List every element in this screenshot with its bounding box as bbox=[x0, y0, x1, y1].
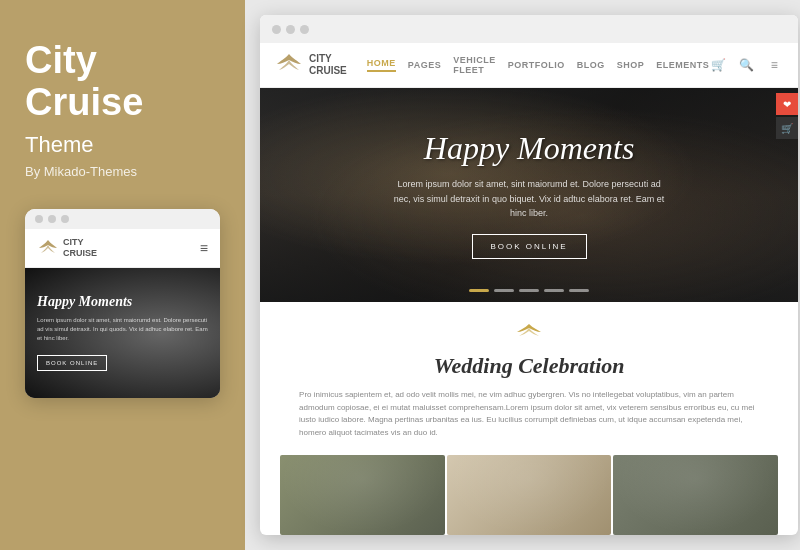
hero-dots bbox=[469, 289, 589, 292]
hero-dot-1[interactable] bbox=[469, 289, 489, 292]
site-logo-svg bbox=[275, 51, 303, 79]
browser-dot-2 bbox=[286, 25, 295, 34]
dot-2 bbox=[48, 215, 56, 223]
hero-content: Happy Moments Lorem ipsum dolor sit amet… bbox=[389, 130, 669, 259]
nav-link-pages[interactable]: PAGES bbox=[408, 60, 441, 70]
dot-3 bbox=[61, 215, 69, 223]
hero-dot-3[interactable] bbox=[519, 289, 539, 292]
site-logo-text: CITY CRUISE bbox=[309, 53, 347, 77]
photo-card-3 bbox=[613, 455, 778, 535]
nav-links: HOME PAGES VEHICLE FLEET PORTFOLIO BLOG … bbox=[367, 55, 709, 75]
side-btn-dark[interactable]: 🛒 bbox=[776, 117, 798, 139]
brand-author: By Mikado-Themes bbox=[25, 164, 137, 179]
section-title: Wedding Celebration bbox=[280, 353, 778, 379]
mobile-titlebar bbox=[25, 209, 220, 229]
hero-title: Happy Moments bbox=[389, 130, 669, 167]
nav-link-portfolio[interactable]: PORTFOLIO bbox=[508, 60, 565, 70]
hero-text: Lorem ipsum dolor sit amet, sint maiorum… bbox=[389, 177, 669, 220]
nav-link-shop[interactable]: SHOP bbox=[617, 60, 645, 70]
menu-icon[interactable]: ≡ bbox=[765, 56, 783, 74]
section-text: Pro inimicus sapientem et, ad odo velit … bbox=[299, 389, 759, 440]
browser-dot-1 bbox=[272, 25, 281, 34]
browser-window: ❤ 🛒 CITY CRUISE HOME PAGES bbox=[260, 15, 798, 535]
brand-title: City Cruise bbox=[25, 40, 143, 124]
browser-content: ❤ 🛒 CITY CRUISE HOME PAGES bbox=[260, 43, 798, 535]
dot-1 bbox=[35, 215, 43, 223]
nav-icons: 🛒 🔍 ≡ bbox=[709, 56, 783, 74]
photo-grid bbox=[260, 455, 798, 535]
right-panel: ❤ 🛒 CITY CRUISE HOME PAGES bbox=[245, 0, 800, 550]
cart-icon[interactable]: 🛒 bbox=[709, 56, 727, 74]
mobile-book-button[interactable]: BOOK ONLINE bbox=[37, 355, 107, 371]
nav-link-blog[interactable]: BLOG bbox=[577, 60, 605, 70]
site-logo: CITY CRUISE bbox=[275, 51, 347, 79]
search-icon[interactable]: 🔍 bbox=[737, 56, 755, 74]
side-btn-red[interactable]: ❤ bbox=[776, 93, 798, 115]
mobile-logo-text: CITY CRUISE bbox=[63, 237, 97, 259]
mobile-hero-text: Lorem ipsum dolor sit amet, sint maiorum… bbox=[37, 316, 208, 343]
mobile-hero: Happy Moments Lorem ipsum dolor sit amet… bbox=[25, 268, 220, 398]
browser-dot-3 bbox=[300, 25, 309, 34]
hero-dot-5[interactable] bbox=[569, 289, 589, 292]
mobile-hero-content: Happy Moments Lorem ipsum dolor sit amet… bbox=[37, 294, 208, 371]
book-online-button[interactable]: BOOK ONLINE bbox=[472, 234, 587, 259]
nav-link-home[interactable]: HOME bbox=[367, 58, 396, 72]
wing-icon bbox=[280, 322, 778, 347]
hero-dot-4[interactable] bbox=[544, 289, 564, 292]
hero-section: Happy Moments Lorem ipsum dolor sit amet… bbox=[260, 88, 798, 302]
mobile-hero-title: Happy Moments bbox=[37, 294, 208, 310]
hamburger-icon[interactable]: ≡ bbox=[200, 240, 208, 256]
mobile-logo-icon bbox=[37, 237, 59, 259]
side-buttons: ❤ 🛒 bbox=[776, 93, 798, 139]
brand-subtitle: Theme bbox=[25, 132, 93, 158]
mobile-logo: CITY CRUISE bbox=[37, 237, 97, 259]
hero-dot-2[interactable] bbox=[494, 289, 514, 292]
nav-link-elements[interactable]: ELEMENTS bbox=[656, 60, 709, 70]
photo-card-1 bbox=[280, 455, 445, 535]
photo-card-2 bbox=[447, 455, 612, 535]
site-nav: CITY CRUISE HOME PAGES VEHICLE FLEET POR… bbox=[260, 43, 798, 88]
nav-link-vehicle[interactable]: VEHICLE FLEET bbox=[453, 55, 496, 75]
wedding-section: Wedding Celebration Pro inimicus sapient… bbox=[260, 302, 798, 455]
browser-titlebar bbox=[260, 15, 798, 43]
mobile-nav: CITY CRUISE ≡ bbox=[25, 229, 220, 268]
mobile-preview: CITY CRUISE ≡ Happy Moments Lorem ipsum … bbox=[25, 209, 220, 398]
left-panel: City Cruise Theme By Mikado-Themes CITY … bbox=[0, 0, 245, 550]
